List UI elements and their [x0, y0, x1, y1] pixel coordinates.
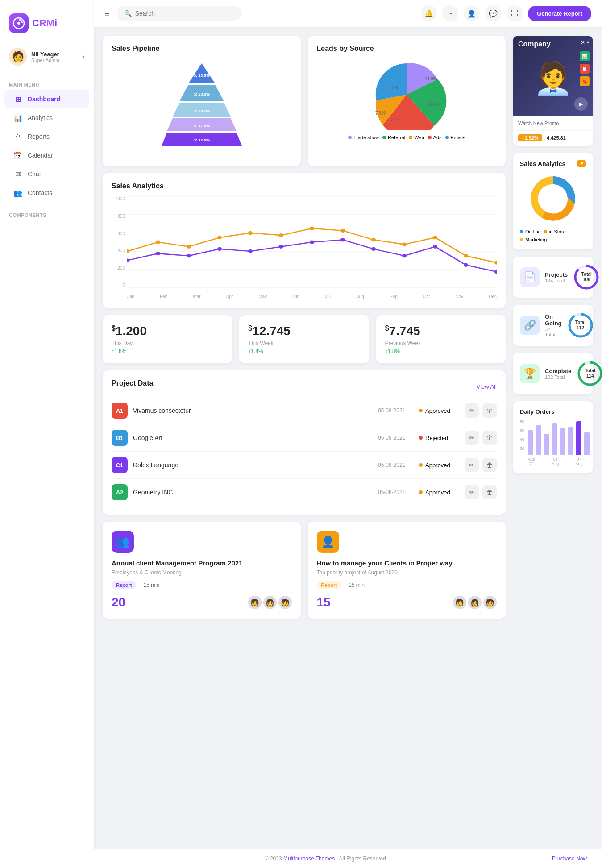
edit-button[interactable]: ✏	[465, 403, 479, 418]
svg-point-26	[217, 236, 222, 239]
footer-link[interactable]: Multipurpose Themes	[283, 856, 335, 862]
legend-label: Web	[414, 135, 424, 140]
progress-text: Total112	[575, 320, 585, 331]
dashboard-icon: ⊞	[13, 95, 22, 104]
logo-icon	[9, 13, 29, 33]
user-icon[interactable]: 👤	[464, 5, 480, 21]
bar-active	[576, 421, 581, 455]
svg-text:$: 12.8%: $: 12.8%	[194, 138, 210, 142]
video-close-controls[interactable]: ✕ ×	[581, 39, 590, 46]
user-name: Nil Yeager	[31, 51, 59, 58]
y-label: 80	[520, 419, 524, 424]
bar-label	[569, 457, 573, 466]
program-sub-annual: Employees & Clients Meeting	[112, 569, 292, 576]
footer: © 2023 Multipurpose Themes . All Rights …	[94, 849, 602, 868]
analytics-icon: 📊	[13, 113, 22, 122]
legend-dot	[520, 238, 523, 241]
sidebar-item-contacts[interactable]: 👥 Contacts	[4, 184, 89, 202]
svg-point-47	[464, 263, 468, 267]
bar-chart-area: Aug '21 04 Aug 07 Aug	[528, 419, 590, 466]
bottom-row: 👥 Annual client Management Program 2021 …	[103, 522, 506, 619]
delete-button[interactable]: 🗑	[482, 485, 497, 499]
svg-point-43	[340, 238, 345, 241]
donut-title: Sales Analytics ↗	[520, 160, 586, 167]
sidebar-item-analytics[interactable]: 📊 Analytics	[4, 109, 89, 127]
hamburger-icon[interactable]: ≡	[104, 8, 110, 19]
notification-icon[interactable]: 🔔	[421, 5, 437, 21]
avatar: 🧑	[453, 596, 466, 609]
project-name: Vivamus consectetur	[133, 407, 373, 414]
message-icon[interactable]: 💬	[485, 5, 501, 21]
status-dot	[419, 463, 423, 467]
video-action-icon[interactable]: 📊	[580, 51, 590, 61]
ongoing-name: On Going	[545, 313, 562, 327]
bar-label: 04 Aug	[552, 457, 559, 466]
projects-info: Projects 124 Total	[545, 271, 568, 283]
project-status: Approved	[419, 462, 459, 469]
edit-button[interactable]: ✏	[465, 431, 479, 445]
main-nav: ⊞ Dashboard 📊 Analytics 🏳 Reports 📅 Cale…	[0, 90, 94, 202]
sidebar-item-chat[interactable]: ✉ Chat	[4, 165, 89, 183]
project-table: A1 Vivamus consectetur 05-08-2021 Approv…	[112, 397, 497, 506]
projects-progress: Total108	[573, 264, 600, 291]
search-input[interactable]	[135, 10, 224, 17]
project-data-card: Project Data View All A1 Vivamus consect…	[103, 370, 506, 515]
avatar: 🧑	[248, 596, 262, 609]
video-action-icon[interactable]: 📋	[580, 64, 590, 74]
sidebar-item-label: Calendar	[28, 152, 53, 159]
table-row: C1 Rolex Language 05-08-2021 Approved ✏ …	[112, 452, 497, 479]
svg-text:12.4%: 12.4%	[428, 102, 440, 107]
view-all-link[interactable]: View All	[477, 383, 497, 390]
legend-label: Marketing	[525, 237, 547, 242]
project-name: Geometry INC	[133, 489, 373, 496]
progress-text: Total114	[585, 368, 595, 379]
footer-copy: © 2023	[265, 856, 283, 862]
sidebar-item-calendar[interactable]: 📅 Calendar	[4, 146, 89, 164]
status-dot	[419, 409, 423, 412]
svg-point-28	[279, 233, 283, 237]
sidebar-item-dashboard[interactable]: ⊞ Dashboard	[4, 90, 89, 108]
purchase-link[interactable]: Purchase Now	[552, 856, 587, 862]
edit-button[interactable]: ✏	[465, 485, 479, 499]
program-sub-manage: Top priority project of August 2020	[317, 569, 497, 576]
pyramid-svg: $: 20.5% $: 28.2% $: 20.5% $: 17.9%	[157, 59, 246, 157]
delete-button[interactable]: 🗑	[482, 403, 497, 418]
delete-button[interactable]: 🗑	[482, 458, 497, 472]
project-date: 05-08-2021	[378, 462, 414, 468]
search-bar: 🔍	[117, 6, 242, 21]
stat-change: ↑1.8%	[112, 348, 223, 354]
complete-name: Complate	[545, 368, 571, 374]
user-dropdown-icon[interactable]: ▾	[82, 54, 85, 60]
x-label: Oct	[423, 294, 430, 299]
flag-icon[interactable]: 🏳	[442, 5, 458, 21]
svg-point-27	[248, 231, 253, 235]
table-row: B1 Google Art 05-08-2021 Rejected ✏ 🗑	[112, 424, 497, 452]
delete-button[interactable]: 🗑	[482, 431, 497, 445]
bar	[528, 430, 533, 455]
video-action-icon[interactable]: 🔖	[580, 76, 590, 86]
ongoing-progress: Total112	[567, 312, 594, 339]
svg-point-23	[127, 249, 129, 253]
donut-legend: On line in Store Marketing	[520, 229, 586, 242]
daily-orders-chart: 80 60 40 20	[520, 419, 586, 466]
svg-point-34	[464, 254, 468, 257]
legend-emails: Emails	[445, 135, 465, 140]
sidebar-item-label: Chat	[28, 170, 41, 178]
sidebar-item-reports[interactable]: 🏳 Reports	[4, 128, 89, 145]
legend-label: Ads	[433, 135, 442, 140]
logo-text: CRMi	[32, 17, 57, 29]
complete-sub: 102 Total	[545, 374, 571, 380]
svg-text:$: 28.2%: $: 28.2%	[194, 92, 210, 96]
y-label: 800	[112, 214, 125, 219]
edit-button[interactable]: ✏	[465, 458, 479, 472]
svg-text:$: 20.5%: $: 20.5%	[194, 73, 210, 78]
legend-dot	[348, 136, 352, 139]
generate-report-button[interactable]: Generate Report	[528, 6, 591, 21]
expand-icon[interactable]: ⛶	[507, 5, 523, 21]
project-actions: ✏ 🗑	[465, 431, 497, 445]
project-badge: B1	[112, 430, 128, 446]
video-play-button[interactable]: ▶	[574, 97, 588, 111]
project-badge: C1	[112, 457, 128, 473]
program-icon-manage: 👤	[317, 531, 339, 553]
svg-point-35	[494, 261, 497, 265]
